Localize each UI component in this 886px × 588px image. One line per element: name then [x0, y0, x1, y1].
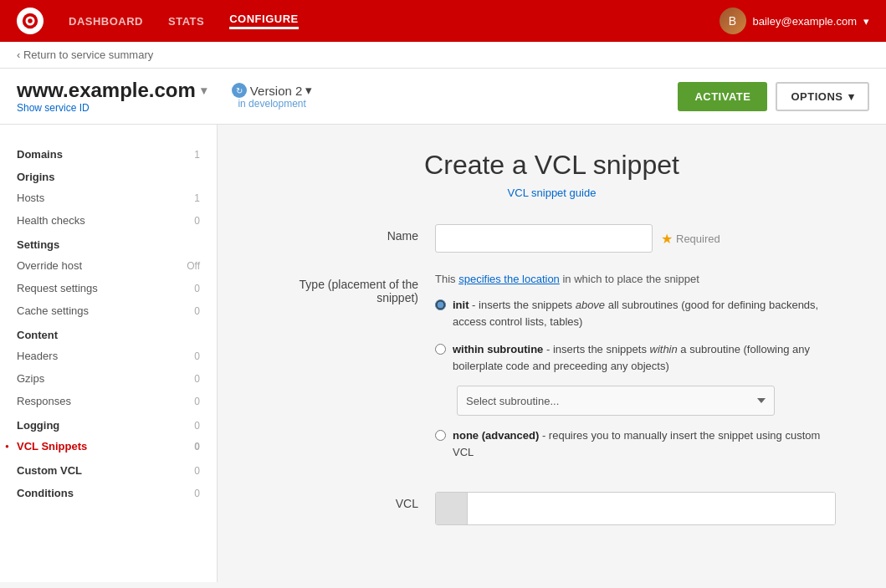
sidebar-item-override-host[interactable]: Override host Off: [0, 254, 217, 277]
header-actions: ACTIVATE OPTIONS ▾: [678, 82, 869, 111]
activate-button[interactable]: ACTIVATE: [678, 82, 767, 111]
type-description: This specifies the location in which to …: [435, 273, 836, 285]
sidebar-item-gzips[interactable]: Gzips 0: [0, 367, 217, 390]
breadcrumb-link[interactable]: ‹ Return to service summary: [17, 49, 153, 61]
nav-stats[interactable]: STATS: [168, 15, 204, 28]
radio-none-advanced-label[interactable]: none (advanced) - requires you to manual…: [453, 427, 836, 460]
nav-dashboard[interactable]: DASHBOARD: [69, 15, 143, 28]
radio-init[interactable]: [435, 299, 446, 310]
breadcrumb: ‹ Return to service summary: [0, 42, 886, 69]
sidebar-section-content: Content: [0, 322, 217, 345]
sidebar-item-vcl-snippets[interactable]: VCL Snippets 0: [0, 435, 217, 458]
main-layout: Domains 1 Origins Hosts 1 Health checks …: [0, 125, 886, 582]
subroutine-select[interactable]: Select subroutine... recv hash hit miss …: [457, 386, 775, 416]
required-badge: ★ Required: [661, 231, 720, 247]
svg-point-2: [28, 18, 33, 23]
vcl-field-row: VCL: [251, 492, 853, 525]
version-label: Version 2: [250, 84, 303, 98]
user-menu[interactable]: B bailey@example.com ▾: [720, 8, 869, 34]
nav-configure[interactable]: CONFIGURE: [229, 13, 299, 29]
sidebar-item-headers[interactable]: Headers 0: [0, 345, 217, 367]
specifies-location-link[interactable]: specifies the location: [458, 273, 560, 285]
required-star: ★: [661, 231, 673, 247]
sidebar-item-domains[interactable]: Domains 1: [0, 141, 217, 164]
main-content: Create a VCL snippet VCL snippet guide N…: [218, 125, 886, 582]
sidebar-item-conditions[interactable]: Conditions 0: [0, 480, 217, 503]
sidebar-item-custom-vcl[interactable]: Custom VCL 0: [0, 458, 217, 480]
vcl-label: VCL: [268, 492, 435, 510]
user-menu-caret: ▾: [863, 15, 869, 28]
sidebar-item-logging[interactable]: Logging 0: [0, 412, 217, 435]
radio-within-subroutine-label[interactable]: within subroutine - inserts the snippets…: [453, 341, 836, 374]
radio-none-advanced[interactable]: [435, 430, 446, 441]
type-field-row: Type (placement of the snippet) This spe…: [251, 273, 853, 472]
radio-within-subroutine[interactable]: [435, 344, 446, 355]
radio-option-init: init - inserts the snippets above all su…: [435, 297, 836, 330]
type-label: Type (placement of the snippet): [268, 273, 435, 304]
show-service-id[interactable]: Show service ID: [17, 102, 207, 114]
vcl-editor-content[interactable]: [468, 493, 835, 524]
sidebar-item-responses[interactable]: Responses 0: [0, 390, 217, 412]
sidebar-item-cache-settings[interactable]: Cache settings 0: [0, 299, 217, 322]
name-field-container: ★ Required: [435, 224, 836, 253]
radio-option-within-subroutine: within subroutine - inserts the snippets…: [435, 341, 836, 374]
name-input[interactable]: [435, 224, 653, 253]
version-icon: ↻: [232, 83, 247, 98]
name-label: Name: [268, 224, 435, 243]
version-selector[interactable]: ↻ Version 2 ▾ in development: [232, 83, 313, 110]
vcl-guide-link-container: VCL snippet guide: [251, 186, 853, 199]
sidebar-item-health-checks[interactable]: Health checks 0: [0, 209, 217, 232]
vcl-editor-gutter: [436, 493, 468, 524]
top-navigation: DASHBOARD STATS CONFIGURE B bailey@examp…: [0, 0, 886, 42]
version-status: in development: [238, 98, 305, 110]
sidebar-section-origins: Origins: [0, 164, 217, 187]
options-caret: ▾: [848, 90, 855, 103]
avatar: B: [720, 8, 746, 34]
sidebar-section-settings: Settings: [0, 232, 217, 254]
sidebar-item-hosts[interactable]: Hosts 1: [0, 187, 217, 209]
version-caret: ▾: [305, 83, 312, 98]
options-button[interactable]: OPTIONS ▾: [776, 82, 869, 111]
service-name-caret[interactable]: ▾: [201, 84, 207, 97]
user-email: bailey@example.com: [753, 15, 857, 28]
name-field-row: Name ★ Required: [251, 224, 853, 253]
service-name-block: www.example.com ▾ Show service ID: [17, 79, 207, 114]
sidebar-item-request-settings[interactable]: Request settings 0: [0, 277, 217, 299]
page-title: Create a VCL snippet: [251, 150, 853, 181]
type-field-container: This specifies the location in which to …: [435, 273, 836, 472]
fastly-logo: [17, 8, 44, 34]
service-name: www.example.com ▾: [17, 79, 207, 102]
radio-init-label[interactable]: init - inserts the snippets above all su…: [453, 297, 836, 330]
sidebar: Domains 1 Origins Hosts 1 Health checks …: [0, 125, 218, 582]
radio-option-none-advanced: none (advanced) - requires you to manual…: [435, 427, 836, 460]
vcl-guide-link[interactable]: VCL snippet guide: [508, 187, 597, 199]
service-header: www.example.com ▾ Show service ID ↻ Vers…: [0, 69, 886, 125]
